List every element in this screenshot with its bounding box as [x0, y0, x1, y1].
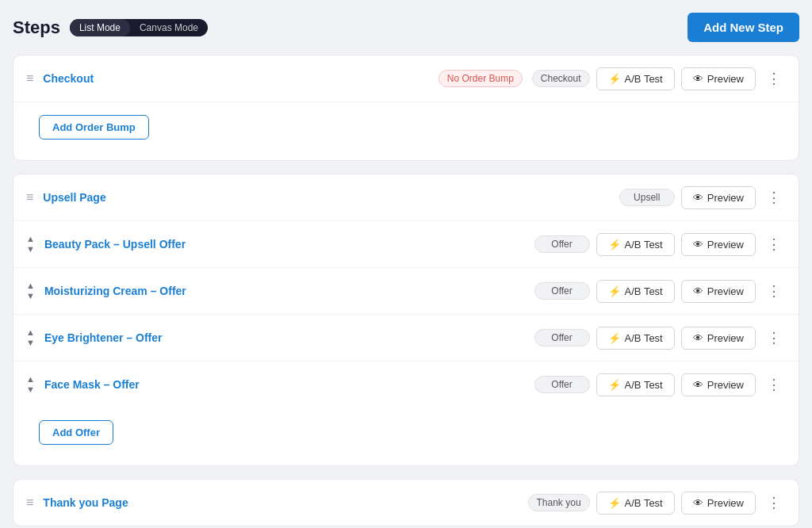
offer-ab-test-button[interactable]: ⚡ A/B Test [596, 233, 675, 256]
drag-icon-upsell[interactable]: ≡ [26, 190, 33, 205]
ab-icon: ⚡ [608, 332, 621, 344]
offer-preview-button[interactable]: 👁 Preview [681, 373, 756, 396]
checkout-preview-label: Preview [707, 73, 744, 85]
offer-more-button[interactable]: ⋮ [762, 373, 786, 396]
page-header: Steps List Mode Canvas Mode Add New Step [13, 13, 799, 42]
checkout-card: ≡ Checkout No Order Bump Checkout ⚡ A/B … [13, 55, 799, 161]
offer-rows: ▲▼ Beauty Pack – Upsell Offer Offer ⚡ A/… [13, 221, 799, 407]
offer-actions: Offer ⚡ A/B Test 👁 Preview ⋮ [534, 232, 786, 256]
upsell-more-button[interactable]: ⋮ [762, 186, 786, 209]
page-title: Steps [13, 17, 60, 38]
offer-ab-label: A/B Test [625, 379, 663, 391]
eye-icon: 👁 [693, 239, 703, 251]
upsell-link[interactable]: Upsell Page [43, 191, 609, 204]
eye-icon: 👁 [693, 285, 703, 297]
canvas-mode-button[interactable]: Canvas Mode [130, 19, 208, 36]
thankyou-type-badge: Thank you [528, 494, 590, 511]
upsell-row: ≡ Upsell Page Upsell 👁 Preview ⋮ [13, 174, 799, 221]
thankyou-link[interactable]: Thank you Page [43, 496, 518, 509]
offer-actions: Offer ⚡ A/B Test 👁 Preview ⋮ [534, 279, 786, 303]
checkout-preview-button[interactable]: 👁 Preview [681, 67, 756, 90]
offer-ab-test-button[interactable]: ⚡ A/B Test [596, 280, 675, 303]
sort-icon[interactable]: ▲▼ [26, 327, 35, 348]
thankyou-preview-label: Preview [707, 497, 744, 509]
thankyou-ab-test-label: A/B Test [625, 497, 663, 509]
checkout-ab-test-button[interactable]: ⚡ A/B Test [596, 67, 675, 90]
checkout-type-badge: Checkout [532, 70, 590, 87]
offer-badge: Offer [534, 376, 590, 393]
eye-icon: 👁 [693, 379, 703, 391]
eye-icon-upsell: 👁 [693, 192, 703, 204]
checkout-link[interactable]: Checkout [43, 72, 428, 85]
ab-icon: ⚡ [608, 379, 621, 391]
add-new-step-button[interactable]: Add New Step [688, 13, 799, 42]
thankyou-card: ≡ Thank you Page Thank you ⚡ A/B Test 👁 … [13, 479, 799, 526]
offer-actions: Offer ⚡ A/B Test 👁 Preview ⋮ [534, 373, 786, 396]
offer-link[interactable]: Face Mask – Offer [44, 378, 525, 391]
thankyou-ab-test-button[interactable]: ⚡ A/B Test [596, 492, 675, 515]
list-mode-button[interactable]: List Mode [70, 19, 130, 36]
offer-badge: Offer [534, 329, 590, 346]
offer-ab-label: A/B Test [625, 285, 663, 297]
ab-test-icon-ty: ⚡ [608, 497, 621, 509]
sort-icon[interactable]: ▲▼ [26, 281, 35, 301]
header-left: Steps List Mode Canvas Mode [13, 17, 208, 38]
offer-preview-label: Preview [707, 285, 744, 297]
offer-ab-label: A/B Test [625, 332, 663, 344]
drag-icon-thankyou[interactable]: ≡ [26, 495, 33, 510]
thankyou-actions: Thank you ⚡ A/B Test 👁 Preview ⋮ [528, 491, 786, 515]
offer-row: ▲▼ Beauty Pack – Upsell Offer Offer ⚡ A/… [13, 221, 799, 268]
offer-more-button[interactable]: ⋮ [762, 232, 786, 256]
offer-row: ▲▼ Eye Brightener – Offer Offer ⚡ A/B Te… [13, 315, 799, 362]
offer-link[interactable]: Eye Brightener – Offer [44, 331, 525, 344]
offer-row: ▲▼ Moisturizing Cream – Offer Offer ⚡ A/… [13, 268, 799, 315]
sort-icon[interactable]: ▲▼ [26, 374, 35, 395]
offer-preview-button[interactable]: 👁 Preview [681, 280, 756, 303]
checkout-actions: Checkout ⚡ A/B Test 👁 Preview ⋮ [532, 67, 786, 90]
offer-preview-label: Preview [707, 379, 744, 391]
ab-icon: ⚡ [608, 285, 621, 297]
offer-ab-test-button[interactable]: ⚡ A/B Test [596, 373, 675, 396]
offer-badge: Offer [534, 235, 590, 253]
offer-preview-button[interactable]: 👁 Preview [681, 233, 756, 256]
thankyou-preview-button[interactable]: 👁 Preview [681, 492, 756, 515]
ab-icon: ⚡ [608, 239, 621, 251]
eye-icon: 👁 [693, 332, 703, 344]
offer-preview-label: Preview [707, 239, 744, 251]
mode-toggle: List Mode Canvas Mode [70, 19, 208, 36]
checkout-ab-test-label: A/B Test [625, 73, 663, 85]
offer-actions: Offer ⚡ A/B Test 👁 Preview ⋮ [534, 326, 786, 350]
offer-row: ▲▼ Face Mask – Offer Offer ⚡ A/B Test 👁 … [13, 362, 799, 407]
sort-icon[interactable]: ▲▼ [26, 234, 35, 254]
thankyou-row: ≡ Thank you Page Thank you ⚡ A/B Test 👁 … [13, 480, 799, 526]
add-order-bump-button[interactable]: Add Order Bump [39, 115, 149, 140]
thankyou-more-button[interactable]: ⋮ [762, 491, 786, 515]
upsell-add-area: Add Offer [13, 407, 799, 465]
offer-ab-test-button[interactable]: ⚡ A/B Test [596, 327, 675, 350]
offer-preview-button[interactable]: 👁 Preview [681, 327, 756, 350]
upsell-preview-button[interactable]: 👁 Preview [681, 186, 756, 209]
eye-icon-ty: 👁 [693, 497, 703, 509]
upsell-actions: Upsell 👁 Preview ⋮ [619, 186, 786, 209]
drag-icon[interactable]: ≡ [26, 71, 33, 86]
add-offer-button[interactable]: Add Offer [39, 420, 113, 445]
offer-more-button[interactable]: ⋮ [762, 326, 786, 350]
upsell-card: ≡ Upsell Page Upsell 👁 Preview ⋮ ▲▼ Beau… [13, 174, 799, 466]
upsell-type-badge: Upsell [619, 189, 675, 206]
no-order-bump-badge: No Order Bump [439, 70, 523, 87]
ab-test-icon: ⚡ [608, 73, 621, 85]
checkout-actions-row: Add Order Bump [13, 102, 799, 160]
checkout-more-button[interactable]: ⋮ [762, 67, 786, 90]
upsell-preview-label: Preview [707, 192, 744, 204]
offer-link[interactable]: Moisturizing Cream – Offer [44, 285, 525, 297]
offer-more-button[interactable]: ⋮ [762, 279, 786, 303]
checkout-row: ≡ Checkout No Order Bump Checkout ⚡ A/B … [13, 55, 799, 102]
offer-link[interactable]: Beauty Pack – Upsell Offer [44, 238, 525, 251]
offer-badge: Offer [534, 282, 590, 300]
offer-preview-label: Preview [707, 332, 744, 344]
offer-ab-label: A/B Test [625, 239, 663, 251]
eye-icon: 👁 [693, 73, 703, 85]
